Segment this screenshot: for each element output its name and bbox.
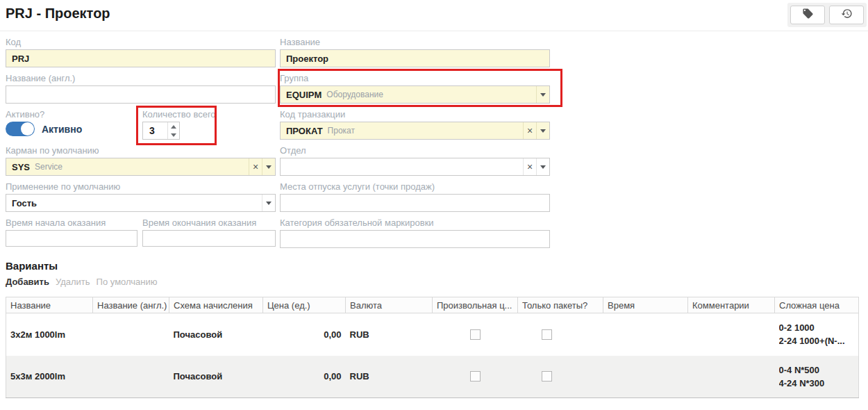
marking-category-input[interactable] — [280, 230, 550, 248]
delete-variant-button[interactable]: Удалить — [56, 277, 90, 287]
default-pocket-desc: Service — [35, 162, 62, 172]
variant-row-2[interactable]: 5х3м 2000lm Почасовой 0,00 RUB 0-4 N*500… — [6, 356, 859, 398]
field-code-label: Код — [6, 37, 276, 47]
transaction-code-combobox[interactable]: ПРОКАТ Прокат × — [280, 122, 550, 140]
variant-2-packages-only-checkbox[interactable] — [542, 371, 552, 382]
col-header-comments[interactable]: Комментарии — [688, 297, 775, 313]
name-en-input[interactable] — [6, 85, 276, 104]
variant-row-1[interactable]: 3х2м 1000lm Почасовой 0,00 RUB 0-2 1000 … — [6, 313, 859, 356]
header-actions — [787, 3, 867, 27]
name-input[interactable]: Проектор — [280, 49, 550, 67]
page-title: PRJ - Проектор — [6, 6, 110, 22]
department-combobox[interactable]: × — [280, 158, 550, 176]
transaction-code-clear-button[interactable]: × — [523, 122, 536, 139]
variant-1-arbitrary-price-checkbox[interactable] — [470, 329, 481, 340]
col-header-price[interactable]: Цена (ед.) — [263, 297, 346, 313]
field-group-label: Группа — [280, 73, 550, 83]
department-clear-button[interactable]: × — [523, 158, 536, 175]
default-pocket-value: SYS Service — [6, 158, 249, 175]
tags-button[interactable] — [790, 6, 825, 24]
default-variant-button[interactable]: По умолчанию — [97, 277, 158, 287]
variant-1-scheme: Почасовой — [169, 313, 263, 356]
active-toggle-text: Активно — [42, 124, 82, 135]
title-separator — [0, 31, 868, 31]
variant-2-name-en — [93, 356, 169, 398]
end-time-value — [143, 231, 275, 246]
sale-points-value — [281, 195, 549, 211]
group-dropdown-button[interactable] — [536, 86, 549, 103]
variant-2-price: 0,00 — [263, 356, 346, 398]
variant-1-packages-only-checkbox[interactable] — [542, 329, 552, 340]
col-header-name-en[interactable]: Название (англ.) — [93, 297, 169, 313]
default-pocket-code: SYS — [12, 162, 30, 172]
toggle-knob — [21, 122, 34, 136]
end-time-input[interactable] — [142, 230, 276, 247]
field-name: Название Проектор — [280, 37, 550, 67]
variant-1-comments — [688, 313, 775, 356]
field-name-en: Название (англ.) — [6, 73, 276, 104]
field-group: Группа EQUIPM Оборудование — [280, 73, 550, 104]
field-total-quantity: Количество всего 3 — [142, 109, 219, 140]
default-application-dropdown-button[interactable] — [262, 195, 275, 211]
group-dropdown[interactable]: EQUIPM Оборудование — [280, 85, 550, 104]
default-pocket-combobox[interactable]: SYS Service × — [6, 158, 276, 176]
col-header-currency[interactable]: Валюта — [346, 297, 433, 313]
tag-icon — [802, 8, 814, 22]
group-value: EQUIPM Оборудование — [281, 86, 536, 103]
name-en-value — [6, 86, 275, 103]
history-button[interactable] — [829, 6, 864, 24]
spinner-up-button[interactable] — [168, 122, 179, 131]
code-input[interactable]: PRJ — [6, 49, 276, 67]
variant-2-scheme: Почасовой — [169, 356, 263, 398]
field-marking-category: Категория обязательной маркировки — [280, 218, 550, 248]
col-header-complex-price[interactable]: Сложная цена — [775, 297, 859, 313]
group-desc: Оборудование — [326, 90, 383, 99]
quantity-stepper[interactable]: 3 — [142, 122, 180, 140]
default-pocket-dropdown-button[interactable] — [262, 158, 275, 175]
arrow-up-icon — [171, 125, 176, 129]
complex-price-line: 0-4 N*500 — [779, 363, 855, 377]
field-default-application-label: Применение по умолчанию — [6, 181, 276, 192]
col-header-name[interactable]: Название — [6, 297, 93, 313]
chevron-down-icon — [266, 202, 272, 205]
default-application-select[interactable]: Гость — [6, 194, 276, 212]
col-header-time[interactable]: Время — [603, 297, 688, 313]
field-total-quantity-label: Количество всего — [142, 109, 219, 120]
variants-table: Название Название (англ.) Схема начислен… — [6, 297, 859, 398]
start-time-input[interactable] — [6, 230, 137, 247]
spinner-down-button[interactable] — [168, 131, 179, 139]
chevron-down-icon — [540, 129, 546, 133]
col-header-packages-only[interactable]: Только пакеты? — [518, 297, 603, 313]
field-department: Отдел × — [280, 145, 550, 176]
field-active: Активно? Активно — [6, 109, 131, 136]
field-end-time-label: Время окончания оказания — [142, 218, 276, 228]
name-value: Проектор — [281, 50, 549, 67]
transaction-code-dropdown-button[interactable] — [536, 122, 549, 139]
default-pocket-clear-button[interactable]: × — [249, 158, 262, 175]
complex-price-line: 2-24 1000+(N-... — [779, 334, 855, 347]
field-start-time-label: Время начала оказания — [6, 218, 137, 228]
chevron-down-icon — [540, 93, 546, 97]
sale-points-input[interactable] — [280, 194, 550, 212]
item-editor-page: PRJ - Проектор Код PRJ Название Проектор… — [0, 0, 868, 410]
table-header-row: Название Название (англ.) Схема начислен… — [6, 297, 859, 313]
variant-1-name-en — [93, 313, 169, 356]
variants-section-title: Варианты — [6, 260, 58, 272]
department-value — [281, 158, 523, 175]
department-dropdown-button[interactable] — [536, 158, 549, 175]
variant-1-complex-price: 0-2 1000 2-24 1000+(N-... — [775, 313, 859, 356]
variant-2-arbitrary-price-checkbox[interactable] — [470, 371, 481, 382]
col-header-arbitrary-price[interactable]: Произвольная ц... — [433, 297, 518, 313]
variant-2-currency: RUB — [346, 356, 433, 398]
clear-icon: × — [253, 162, 258, 172]
col-header-scheme[interactable]: Схема начисления — [169, 297, 263, 313]
quantity-value: 3 — [143, 122, 167, 139]
arrow-down-icon — [171, 133, 176, 137]
add-variant-button[interactable]: Добавить — [6, 277, 49, 287]
field-transaction-code: Код транзакции ПРОКАТ Прокат × — [280, 109, 550, 140]
field-name-label: Название — [280, 37, 550, 47]
variant-1-currency: RUB — [346, 313, 433, 356]
active-toggle[interactable] — [6, 122, 35, 136]
field-default-pocket-label: Карман по умолчанию — [6, 145, 276, 156]
variant-1-price: 0,00 — [263, 313, 346, 356]
